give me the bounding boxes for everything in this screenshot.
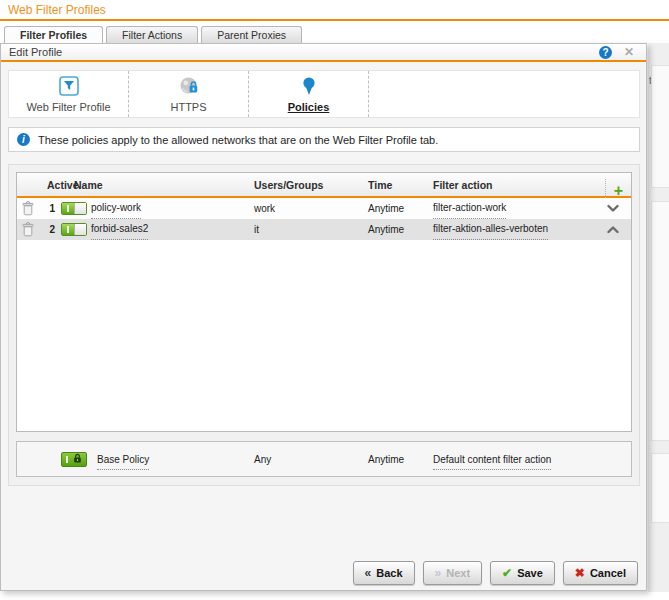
globe-lock-icon [179, 76, 199, 98]
page-title: Web Filter Profiles [8, 3, 106, 17]
policy-table: Active Name Users/Groups Time Filter act… [16, 172, 632, 432]
funnel-document-icon [59, 76, 79, 98]
x-icon: ✖ [575, 566, 585, 580]
row-number: 1 [39, 198, 55, 219]
edit-profile-dialog: Edit Profile ? ✕ Web Filter Profile [0, 43, 647, 591]
base-policy-box: Base Policy Any Anytime Default content … [16, 441, 632, 477]
policy-time: Anytime [368, 198, 404, 219]
wizard-step-bar: Web Filter Profile HTTPS [8, 70, 640, 118]
dialog-header: Edit Profile ? ✕ [1, 44, 646, 62]
dialog-footer-buttons: « Back » Next ✔ Save ✖ Cancel [353, 561, 638, 585]
column-header-time: Time [368, 179, 392, 191]
lock-icon [73, 453, 82, 466]
save-label: Save [517, 567, 543, 579]
filter-action-link[interactable]: filter-aktion-alles-verboten [433, 219, 548, 240]
title-divider [0, 19, 669, 21]
policy-users: work [254, 198, 275, 219]
cancel-label: Cancel [590, 567, 626, 579]
base-policy-time: Anytime [368, 450, 404, 470]
back-chevrons-icon: « [365, 566, 372, 580]
background-box [651, 453, 669, 523]
tab-filter-actions[interactable]: Filter Actions [106, 26, 198, 43]
cancel-button[interactable]: ✖ Cancel [563, 561, 638, 585]
base-policy-users: Any [254, 450, 271, 470]
active-toggle-on[interactable] [61, 223, 87, 236]
step-web-filter-profile[interactable]: Web Filter Profile [9, 71, 129, 117]
filter-action-link[interactable]: filter-action-work [433, 198, 506, 219]
column-header-name: Name [74, 179, 103, 191]
policy-name-link[interactable]: forbid-sales2 [91, 219, 148, 240]
policies-panel: Active Name Users/Groups Time Filter act… [8, 164, 640, 486]
tab-filter-profiles[interactable]: Filter Profiles [4, 26, 103, 43]
row-number: 2 [39, 219, 55, 240]
info-text: These policies apply to the allowed netw… [38, 134, 438, 146]
close-icon[interactable]: ✕ [624, 45, 634, 59]
trash-icon[interactable] [22, 222, 34, 239]
active-toggle-on[interactable] [61, 202, 87, 215]
column-header-filter-action: Filter action [433, 179, 493, 191]
step-label: Web Filter Profile [26, 101, 110, 113]
locked-toggle-on [61, 452, 87, 467]
default-filter-action-link[interactable]: Default content filter action [433, 450, 551, 470]
trash-icon[interactable] [22, 201, 34, 218]
chevron-up-icon[interactable] [607, 225, 619, 236]
checkmark-icon: ✔ [502, 566, 512, 580]
next-chevrons-icon: » [435, 566, 442, 580]
background-box [651, 65, 669, 188]
help-icon[interactable]: ? [599, 46, 612, 59]
info-bar: i These policies apply to the allowed ne… [8, 127, 640, 152]
step-label: HTTPS [170, 101, 206, 113]
column-header-users-groups: Users/Groups [254, 179, 323, 191]
dialog-title: Edit Profile [9, 46, 62, 58]
table-row: 2 forbid-sales2 it Anytime filter-aktion… [17, 219, 631, 240]
step-policies[interactable]: Policies [249, 71, 369, 117]
background-page-strip: t, [648, 43, 669, 592]
badge-pin-icon [299, 76, 319, 98]
info-icon: i [17, 133, 30, 146]
top-tab-bar: Filter Profiles Filter Actions Parent Pr… [4, 26, 302, 43]
background-box [651, 201, 669, 441]
policy-time: Anytime [368, 219, 404, 240]
step-https[interactable]: HTTPS [129, 71, 249, 117]
next-label: Next [446, 567, 470, 579]
save-button[interactable]: ✔ Save [490, 561, 555, 585]
step-label: Policies [288, 101, 330, 113]
back-label: Back [376, 567, 402, 579]
back-button[interactable]: « Back [353, 561, 415, 585]
policy-table-header: Active Name Users/Groups Time Filter act… [17, 173, 631, 198]
policy-name-link[interactable]: policy-work [91, 198, 141, 219]
base-policy-name: Base Policy [97, 450, 149, 470]
policy-users: it [254, 219, 259, 240]
tab-parent-proxies[interactable]: Parent Proxies [201, 26, 302, 43]
next-button-disabled[interactable]: » Next [423, 561, 483, 585]
table-row: 1 policy-work work Anytime filter-action… [17, 198, 631, 219]
chevron-down-icon[interactable] [607, 204, 619, 215]
